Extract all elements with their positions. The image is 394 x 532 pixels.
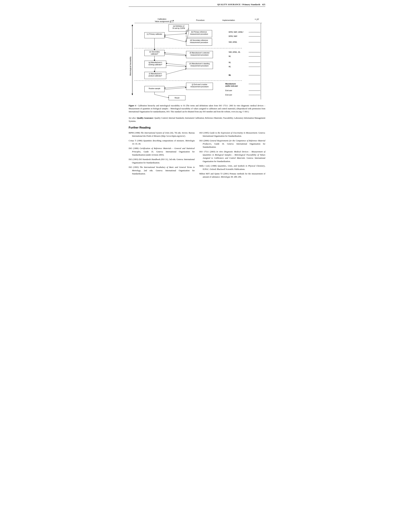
svg-marker-77: [186, 41, 187, 42]
svg-text:NMI, ARML: NMI, ARML: [229, 41, 237, 43]
svg-text:Manufacturer: Manufacturer: [225, 83, 236, 85]
ref-list-left: BIPM (1998) The International System of …: [129, 131, 195, 176]
header-text: QUALITY ASSURANCE / Primary Standards: [217, 3, 260, 6]
svg-text:ML: ML: [229, 62, 231, 64]
svg-marker-79: [164, 35, 165, 36]
svg-line-84: [165, 53, 186, 55]
svg-text:measurement procedure: measurement procedure: [190, 33, 208, 35]
further-reading-title: Further Reading: [129, 126, 265, 129]
svg-text:(a) Definition of: (a) Definition of: [173, 25, 184, 27]
ref-item: Milton MJT and Quinn TJ (2001) Primary m…: [199, 172, 265, 179]
svg-text:(f) Manufacturer's  selected: (f) Manufacturer's selected: [190, 52, 209, 54]
svg-text:(g) Manufacturer's: (g) Manufacturer's: [149, 62, 162, 64]
svg-marker-93: [185, 66, 187, 67]
svg-text:(j) End-user's routine: (j) End-user's routine: [192, 84, 207, 85]
ref-item: ISO (1989) Certification of Reference Ma…: [129, 147, 195, 157]
see-also-label: See also:: [129, 117, 136, 119]
svg-marker-89: [154, 60, 155, 61]
svg-text:ML: ML: [229, 74, 231, 76]
svg-text:Calibration: Calibration: [158, 18, 166, 20]
svg-marker-99: [164, 87, 165, 89]
references-right-col: ISO (1995) Guide to the Expression of Un…: [199, 131, 265, 180]
svg-text:NMI, ARML, ML: NMI, ARML, ML: [229, 51, 240, 53]
figure-caption: Figure 4 Calibration hierarchy and metro…: [129, 104, 265, 113]
svg-text:(h) Manufacturer's  standing: (h) Manufacturer's standing: [189, 63, 209, 64]
svg-text:Metrological traceability: Metrological traceability: [129, 56, 131, 76]
figure-caption-text: Calibration hierarchy and metrological t…: [129, 104, 265, 113]
svg-text:Value assignment: Value assignment: [155, 20, 169, 22]
svg-line-92: [166, 65, 186, 67]
ref-item: BIPM (1998) The International System of …: [129, 131, 195, 138]
references-two-col: BIPM (1998) The International System of …: [129, 131, 265, 180]
ref-list-right: ISO (1995) Guide to the Expression of Un…: [199, 131, 265, 179]
figure-diagram: Metrological traceability Calibration Va…: [129, 9, 265, 102]
svg-text:calibratorb: calibratorb: [151, 53, 158, 55]
ref-item: ISO (2000) General Requirements for the …: [199, 139, 265, 149]
see-also-text: Quality Assurance: Quality Control; Inte…: [129, 117, 265, 122]
svg-marker-75: [186, 33, 187, 34]
svg-line-74: [186, 28, 189, 34]
page-header: QUALITY ASSURANCE / Primary Standards 42…: [129, 3, 265, 7]
svg-text:product calibratorb: product calibratorb: [149, 75, 162, 77]
svg-line-96: [166, 69, 186, 74]
svg-marker-7: [173, 20, 174, 21]
svg-text:(i) Manufacturer's: (i) Manufacturer's: [149, 73, 162, 74]
ref-item: Mills I (ed.) (1988) Quantities, Units, …: [199, 164, 265, 171]
svg-text:BIPM, NMIa: BIPM, NMIa: [229, 35, 237, 37]
svg-text:Routine sample: Routine sample: [149, 88, 160, 90]
ref-item: Cvitas T (1996) Quantities describing co…: [129, 139, 195, 146]
svg-marker-104: [168, 97, 169, 98]
svg-marker-2: [132, 24, 133, 26]
svg-line-78: [165, 34, 186, 35]
svg-text:measurement procedure: measurement procedure: [191, 54, 209, 56]
ref-item: ISO 17511 (2003) In vitro Diagnostic Med…: [199, 150, 265, 163]
svg-text:measurement procedure: measurement procedure: [190, 42, 208, 43]
diagram-svg: Metrological traceability Calibration Va…: [129, 9, 265, 101]
svg-text:Procedure: Procedure: [196, 19, 205, 21]
ref-item: ISO (1995) Guide to the Expression of Un…: [199, 131, 265, 138]
svg-text:(d) Secondary  reference: (d) Secondary reference: [190, 39, 208, 41]
svg-text:End-user: End-user: [225, 90, 232, 91]
svg-text:End-user: End-user: [225, 94, 232, 96]
svg-text:measurement procedure: measurement procedure: [191, 65, 209, 67]
svg-text:working calibratorb: working calibratorb: [148, 64, 162, 66]
svg-text:measurement procedure: measurement procedure: [191, 86, 209, 88]
svg-line-86: [165, 54, 186, 56]
svg-marker-83: [154, 49, 155, 50]
svg-text:SI unit by CGPM: SI unit by CGPM: [172, 27, 185, 29]
svg-text:Implementation: Implementation: [222, 19, 235, 21]
svg-text:ML: ML: [229, 66, 231, 68]
svg-text:BIPM, NMIa, ARMLa: BIPM, NMIa, ARMLa: [229, 31, 244, 33]
svg-marker-91: [166, 63, 167, 64]
ref-item: ISO (1993) ISO Standards Handbook (ISO 3…: [129, 158, 195, 164]
svg-text:(y): (y): [257, 18, 259, 20]
svg-line-103: [155, 95, 169, 98]
figure-label: Figure 4: [129, 104, 136, 107]
svg-text:(b) Primary reference: (b) Primary reference: [191, 31, 207, 33]
svg-text:u: u: [255, 18, 256, 20]
svg-marker-85: [164, 52, 165, 53]
svg-marker-101: [185, 87, 187, 88]
ref-item: ISO (1993) The International Vocabulary …: [129, 166, 195, 176]
svg-text:Result: Result: [175, 97, 180, 99]
svg-text:ML: ML: [229, 55, 231, 57]
svg-marker-87: [185, 55, 187, 56]
svg-marker-9: [170, 21, 171, 22]
see-also-section: See also: Quality Assurance: Quality Con…: [129, 117, 265, 123]
references-left-col: BIPM (1998) The International System of …: [129, 131, 195, 180]
svg-text:(e) Secondary: (e) Secondary: [149, 51, 160, 53]
svg-text:(c) Primary calibrator: (c) Primary calibrator: [147, 33, 162, 35]
svg-line-90: [166, 64, 186, 65]
svg-text:and/or end-user: and/or end-user: [225, 85, 238, 87]
further-reading-section: Further Reading BIPM (1998) The Internat…: [129, 126, 265, 180]
page-number: 425: [262, 3, 265, 6]
svg-marker-95: [154, 71, 155, 72]
svg-line-80: [165, 37, 186, 42]
svg-marker-3: [132, 94, 133, 95]
svg-marker-81: [164, 36, 165, 37]
